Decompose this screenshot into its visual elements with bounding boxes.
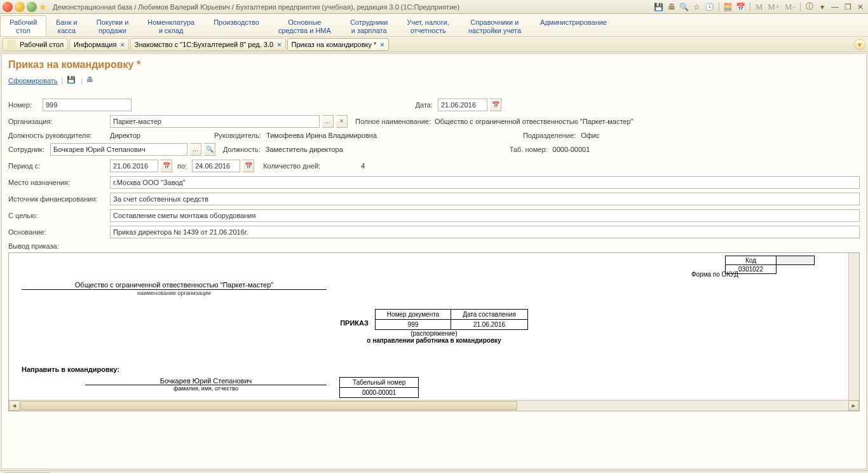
tabnum-label: Таб. номер:	[510, 146, 548, 153]
vertical-scrollbar[interactable]	[848, 253, 859, 400]
tabnum-table: Табельный номер 0000-00001	[339, 377, 419, 398]
sys-btn-3[interactable]	[27, 2, 37, 12]
close-icon[interactable]: ×	[120, 41, 124, 48]
tab-icon	[7, 40, 16, 49]
okud-code: 0301022	[726, 265, 776, 274]
m-icon[interactable]: M	[754, 2, 764, 12]
tabs-bar: Рабочий стол Информация× Знакомство с "1…	[0, 37, 868, 52]
favorite-icon[interactable]: ★	[39, 2, 47, 12]
org-input[interactable]	[110, 115, 320, 128]
docnum-header: Номер документа	[375, 310, 451, 320]
period-from-input[interactable]	[110, 160, 158, 172]
tab-order[interactable]: Приказ на командировку *×	[287, 38, 389, 51]
emp-name: Бочкарев Юрий Степанович	[85, 377, 327, 385]
m-plus-icon[interactable]: M+	[766, 2, 781, 12]
nav-refs[interactable]: Справочники и настройки учета	[459, 15, 531, 36]
goal-input[interactable]	[110, 209, 860, 222]
nav-employees[interactable]: Сотрудники и зарплата	[341, 15, 398, 36]
horizontal-scrollbar[interactable]: ◄ ►	[9, 400, 859, 411]
fullname-label: Полное наименование:	[355, 118, 431, 125]
separator: |	[62, 77, 64, 85]
fin-input[interactable]	[110, 193, 860, 205]
period-label: Период с:	[8, 162, 107, 170]
generate-button[interactable]: Сформировать	[8, 77, 58, 85]
docdate-value: 21.06.2016	[451, 320, 528, 330]
close-icon[interactable]: ×	[380, 41, 384, 48]
calendar-icon[interactable]: 📅	[736, 2, 746, 12]
scroll-thumb[interactable]	[20, 401, 517, 410]
emppos-label: Должность:	[223, 146, 261, 153]
emp-sublabel: фамилия, имя, отчество	[85, 385, 327, 392]
window-title: Демонстрационная база / Любимов Валерий …	[53, 3, 652, 11]
calendar-icon[interactable]: 📅	[161, 160, 172, 172]
prikaz-sub2: о направлении работника в командировку	[22, 337, 846, 344]
print-icon[interactable]: 🖶	[667, 2, 677, 12]
emp-input[interactable]	[50, 143, 187, 156]
tab-info[interactable]: Информация×	[69, 38, 129, 51]
nav-desktop[interactable]: Рабочий стол	[0, 15, 46, 36]
info-icon[interactable]: ⓘ	[804, 2, 815, 12]
fullname-value: Общество с ограниченной отвественностью …	[435, 118, 633, 125]
save-icon[interactable]: 💾	[654, 2, 664, 12]
separator	[750, 3, 750, 11]
number-input[interactable]	[43, 99, 132, 111]
docdate-header: Дата составления	[451, 310, 528, 320]
sys-1c-icon[interactable]	[3, 2, 13, 12]
date-input[interactable]	[438, 99, 487, 111]
toolbar: Сформировать | 💾 | 🖶	[8, 76, 860, 90]
print-icon[interactable]: 🖶	[86, 76, 97, 86]
tab-label: Рабочий стол	[20, 41, 64, 48]
scroll-right-icon[interactable]: ►	[848, 401, 859, 411]
star-fav-icon[interactable]: ☆	[692, 2, 702, 12]
tab-intro[interactable]: Знакомство с "1С:Бухгалтерией 8" ред. 3.…	[130, 38, 286, 51]
tab-desktop[interactable]: Рабочий стол	[3, 38, 68, 51]
open-icon[interactable]: 🔍	[204, 143, 215, 156]
document-preview: Форма по ОКУД Код 0301022 Общество с огр…	[8, 252, 860, 411]
m-minus-icon[interactable]: M-	[783, 2, 796, 12]
date-label: Дата:	[416, 101, 433, 109]
tab-label: Информация	[74, 41, 116, 48]
find-icon[interactable]: 🔍	[679, 2, 689, 12]
titlebar-tools: 💾 🖶 🔍 ☆ 🕓 🧮 📅 M M+ M- ⓘ ▾ — ❐ ✕	[654, 2, 865, 12]
calendar-icon[interactable]: 📅	[243, 160, 254, 172]
dept-value: Офис	[581, 132, 599, 139]
separator: |	[81, 77, 83, 85]
dropdown-icon[interactable]: ▾	[817, 2, 827, 12]
nav-bank[interactable]: Банк и касса	[46, 15, 86, 36]
nav-tax[interactable]: Учет, налоги, отчетность	[397, 15, 458, 36]
favorites-dropdown-icon[interactable]: ▾	[854, 39, 865, 50]
period-to-label: по:	[177, 162, 187, 170]
head-value: Тимофеева Ирина Владимировна	[266, 132, 520, 139]
minimize-icon[interactable]: —	[830, 2, 840, 12]
tab-label: Знакомство с "1С:Бухгалтерией 8" ред. 3.…	[135, 41, 273, 48]
nav-inventory[interactable]: Номенклатура и склад	[138, 15, 204, 36]
dest-input[interactable]	[110, 176, 860, 189]
period-to-input[interactable]	[192, 160, 240, 172]
history-icon[interactable]: 🕓	[705, 2, 715, 12]
document-body: Форма по ОКУД Код 0301022 Общество с огр…	[9, 253, 859, 403]
scroll-left-icon[interactable]: ◄	[9, 401, 20, 411]
calc-icon[interactable]: 🧮	[723, 2, 733, 12]
nav-admin[interactable]: Администрирование	[531, 15, 616, 36]
pos-label: Должность руководителя:	[8, 132, 107, 139]
basis-input[interactable]	[110, 226, 860, 238]
close-icon[interactable]: ✕	[855, 2, 865, 12]
select-icon[interactable]: …	[190, 143, 201, 156]
clear-icon[interactable]: ×	[336, 115, 348, 128]
nav-production[interactable]: Производство	[204, 15, 269, 36]
maximize-icon[interactable]: ❐	[843, 2, 853, 12]
goal-label: С целью:	[8, 212, 107, 219]
dept-label: Подразделение:	[523, 132, 576, 139]
sys-btn-2[interactable]	[15, 2, 25, 12]
docnum-value: 999	[375, 320, 451, 330]
dest-label: Место назначения:	[8, 179, 107, 186]
calendar-icon[interactable]: 📅	[490, 99, 501, 111]
nav-sales[interactable]: Покупки и продажи	[87, 15, 139, 36]
emppos-value: Заместитель директора	[266, 146, 507, 153]
separator	[800, 3, 801, 11]
save-icon[interactable]: 💾	[67, 76, 77, 86]
close-icon[interactable]: ×	[277, 41, 281, 48]
org-sublabel: наименование организации	[22, 290, 327, 296]
nav-assets[interactable]: Основные средства и НМА	[269, 15, 341, 36]
select-icon[interactable]: …	[322, 115, 334, 128]
